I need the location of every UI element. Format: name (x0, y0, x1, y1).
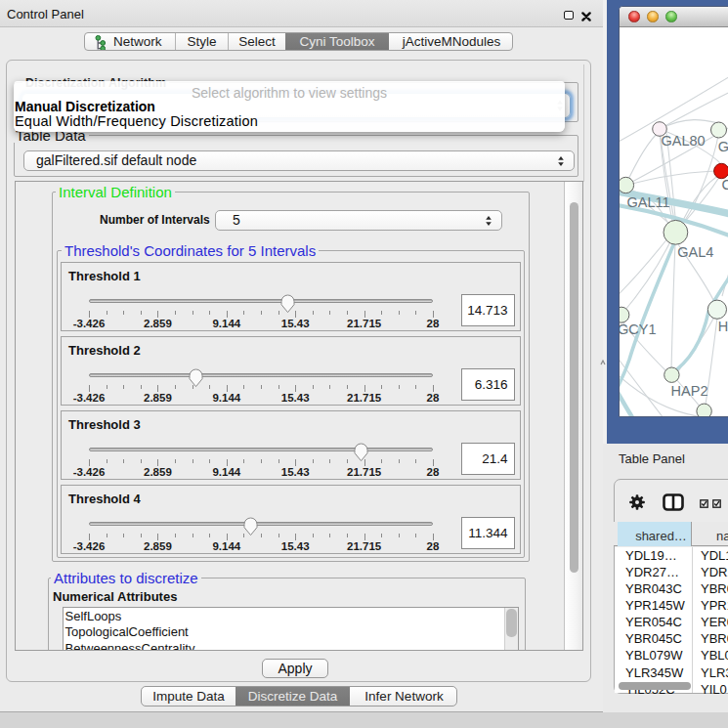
svg-text:GAL11: GAL11 (627, 194, 670, 210)
svg-text:HIS: HIS (718, 319, 728, 334)
svg-text:GCY1: GCY1 (620, 321, 657, 337)
svg-text:GAL4: GAL4 (677, 244, 713, 260)
svg-text:GAL7: GAL7 (718, 139, 728, 154)
svg-text:GAL80: GAL80 (662, 133, 706, 149)
svg-text:HAP2: HAP2 (671, 383, 708, 399)
svg-text:CDC1: CDC1 (721, 177, 728, 193)
